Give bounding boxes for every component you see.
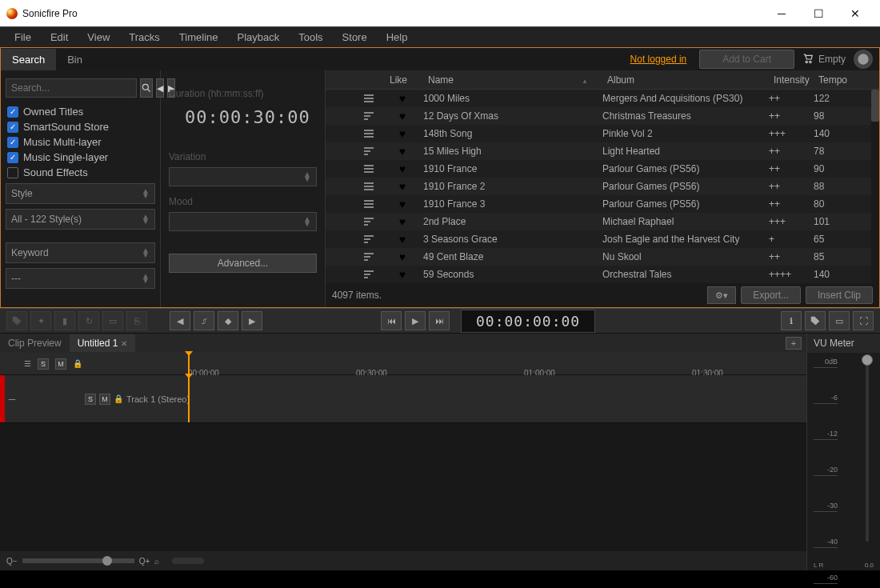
checkbox-icon[interactable]: ✓	[7, 106, 18, 118]
menu-help[interactable]: Help	[377, 29, 418, 46]
track-mute-button[interactable]: M	[99, 394, 110, 405]
tab-bin[interactable]: Bin	[56, 49, 94, 70]
mute-all-button[interactable]: M	[55, 358, 66, 370]
step-fwd-button[interactable]: ▶	[242, 311, 262, 330]
table-row[interactable]: ♥ 1000 Miles Mergers And Acquisitions (P…	[326, 90, 879, 107]
style-select[interactable]: Style▲▼	[6, 183, 155, 204]
menu-file[interactable]: File	[5, 29, 41, 46]
track-solo-button[interactable]: S	[85, 394, 96, 405]
heart-icon[interactable]: ♥	[399, 268, 406, 281]
screen-button[interactable]: ▭	[829, 311, 850, 330]
add-to-cart-button[interactable]: Add to Cart	[699, 50, 794, 69]
table-row[interactable]: ♥ 148th Song Pinkle Vol 2 +++ 140	[326, 125, 879, 142]
fire-button[interactable]: ✦	[30, 311, 51, 330]
menu-view[interactable]: View	[78, 29, 119, 46]
step-back-button[interactable]: ◀	[170, 311, 190, 330]
heart-icon[interactable]: ♥	[399, 233, 406, 246]
search-input[interactable]	[6, 78, 137, 98]
playhead[interactable]	[188, 353, 190, 374]
table-row[interactable]: ♥ 59 Seconds Orchestral Tales ++++ 140	[326, 266, 879, 283]
tag-button[interactable]	[6, 311, 27, 330]
table-row[interactable]: ♥ 1910 France Parlour Games (PS56) ++ 90	[326, 160, 879, 178]
link-button[interactable]: ⎘	[126, 311, 147, 330]
menu-timeline[interactable]: Timeline	[170, 29, 228, 46]
table-row[interactable]: ♥ 15 Miles High Light Hearted ++ 78	[326, 142, 879, 160]
results-scrollbar[interactable]	[871, 90, 879, 283]
checkbox-icon[interactable]: ✓	[7, 152, 18, 163]
heart-icon[interactable]: ♥	[399, 180, 406, 193]
filter-row[interactable]: Sound Effects	[7, 166, 154, 178]
record-button[interactable]: ▭	[102, 311, 123, 330]
tab-untitled[interactable]: Untitled 1✕	[70, 334, 136, 352]
settings-button[interactable]: ⚙ ▾	[707, 286, 736, 304]
zoom-fit-icon[interactable]: ⌕	[154, 557, 159, 566]
style-all-select[interactable]: All - 122 Style(s)▲▼	[6, 209, 155, 230]
info-button[interactable]: ℹ	[781, 311, 802, 330]
h-scroll[interactable]	[172, 558, 204, 564]
marker-button[interactable]: ▮	[54, 311, 75, 330]
menu-tools[interactable]: Tools	[289, 29, 332, 46]
table-row[interactable]: ♥ 3 Seasons Grace Josh Eagle and the Har…	[326, 230, 879, 248]
table-row[interactable]: ♥ 12 Days Of Xmas Christmas Treasures ++…	[326, 107, 879, 125]
checkbox-icon[interactable]	[7, 167, 18, 178]
solo-all-button[interactable]: S	[38, 358, 49, 370]
brand-logo[interactable]	[854, 50, 873, 69]
search-button[interactable]	[140, 78, 153, 98]
checkbox-icon[interactable]: ✓	[7, 137, 18, 148]
menu-store[interactable]: Store	[333, 29, 377, 46]
playhead-track[interactable]	[188, 375, 190, 422]
keyword-select[interactable]: Keyword▲▼	[6, 242, 155, 263]
login-link[interactable]: Not logged in	[630, 54, 687, 65]
add-tab-button[interactable]: +	[786, 337, 802, 350]
checkbox-icon[interactable]: ✓	[7, 122, 18, 133]
fav-button[interactable]	[805, 311, 826, 330]
insert-clip-button[interactable]: Insert Clip	[806, 286, 873, 304]
col-intensity[interactable]: Intensity	[774, 74, 818, 86]
table-row[interactable]: ♥ 49 Cent Blaze Nu Skool ++ 85	[326, 248, 879, 266]
heart-icon[interactable]: ♥	[399, 110, 406, 122]
timeline-track-1[interactable]: ─ S M 🔒 Track 1 (Stereo)	[0, 375, 806, 423]
loop-button[interactable]: ↻	[78, 311, 99, 330]
table-row[interactable]: ♥ 1910 France 3 Parlour Games (PS56) ++ …	[326, 195, 879, 213]
heart-icon[interactable]: ♥	[399, 127, 406, 140]
advanced-button[interactable]: Advanced...	[169, 254, 317, 273]
col-tempo[interactable]: Tempo	[818, 74, 862, 86]
mixer-button[interactable]: ⎎	[194, 311, 214, 330]
expand-button[interactable]: ⛶	[853, 311, 874, 330]
table-row[interactable]: ♥ 1910 France 2 Parlour Games (PS56) ++ …	[326, 178, 879, 195]
rewind-button[interactable]: ⏮	[381, 311, 402, 330]
ffwd-button[interactable]: ⏭	[429, 311, 450, 330]
track-lock-icon[interactable]: 🔒	[114, 394, 123, 403]
filter-row[interactable]: ✓Owned Titles	[7, 106, 154, 118]
col-name[interactable]: Name▲	[425, 74, 607, 86]
zoom-in-icon[interactable]: Q+	[139, 557, 150, 566]
play-button[interactable]: ▶	[405, 311, 426, 330]
tab-search[interactable]: Search	[1, 49, 56, 70]
export-button[interactable]: Export...	[741, 286, 801, 304]
menu-playback[interactable]: Playback	[228, 29, 290, 46]
close-tab-icon[interactable]: ✕	[121, 339, 127, 348]
minimize-button[interactable]: ─	[763, 0, 800, 26]
keyword-all-select[interactable]: ---▲▼	[6, 268, 155, 289]
heart-icon[interactable]: ♥	[399, 145, 406, 158]
filter-row[interactable]: ✓SmartSound Store	[7, 121, 154, 133]
zoom-out-icon[interactable]: Q−	[6, 557, 18, 566]
variation-select[interactable]: ▲▼	[169, 167, 317, 186]
cart-status[interactable]: Empty	[802, 54, 846, 65]
zoom-slider[interactable]	[22, 558, 134, 563]
mood-select[interactable]: ▲▼	[169, 212, 317, 231]
menu-edit[interactable]: Edit	[41, 29, 78, 46]
menu-tracks[interactable]: Tracks	[119, 29, 170, 46]
close-button[interactable]: ✕	[837, 0, 874, 26]
heart-icon[interactable]: ♥	[399, 162, 406, 175]
vu-slider-knob[interactable]	[862, 354, 873, 366]
col-album[interactable]: Album	[607, 74, 774, 86]
duration-value[interactable]: 00:00:30:00	[185, 107, 317, 127]
layers-icon[interactable]: ☰	[24, 359, 31, 368]
lock-icon[interactable]: 🔒	[73, 359, 82, 368]
heart-icon[interactable]: ♥	[399, 215, 406, 228]
filter-row[interactable]: ✓Music Single-layer	[7, 151, 154, 163]
filter-row[interactable]: ✓Music Multi-layer	[7, 136, 154, 148]
timeline-empty-area[interactable]	[0, 423, 806, 551]
maximize-button[interactable]: ☐	[800, 0, 837, 26]
